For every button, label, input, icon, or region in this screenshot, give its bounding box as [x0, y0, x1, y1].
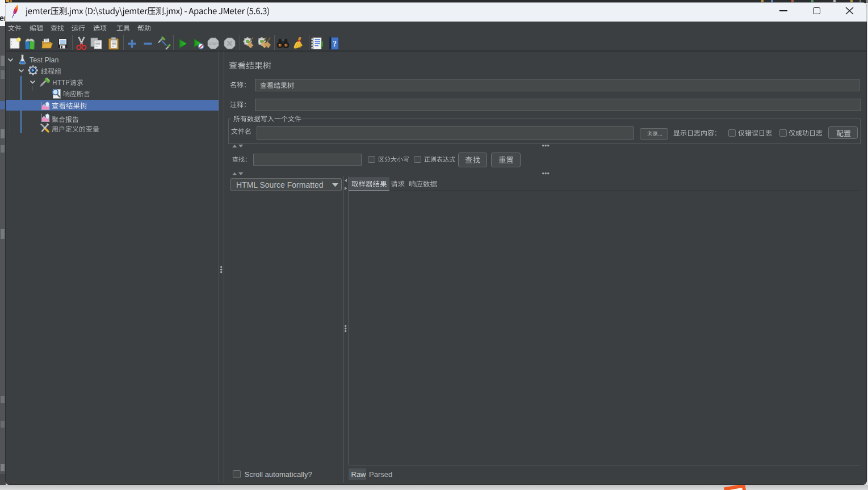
svg-text:STOP: STOP: [209, 42, 217, 45]
svg-text:?: ?: [333, 40, 337, 48]
